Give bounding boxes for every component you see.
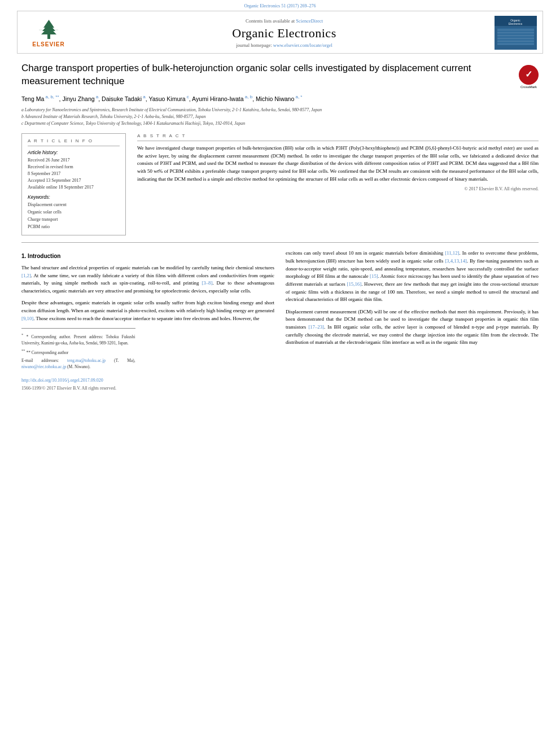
journal-citation-text: Organic Electronics 51 (2017) 269–276 [244,3,316,8]
ref-1-2[interactable]: [1,2] [21,273,31,278]
footnote-section: * * Corresponding author. Present addres… [21,328,135,370]
author-jinyu-zhang-affil: a [95,94,99,99]
header-top-row: ELSEVIER Contents lists available at Sci… [23,16,537,50]
email-label: E-mail addresses: [21,358,59,363]
article-title-section: Charge transport properties of bulk-hete… [21,62,539,88]
affiliation-b: b Advanced Institute of Materials Resear… [21,113,539,120]
keyword-1: Displacement current [28,202,120,209]
author-teng-ma: Teng Ma [21,95,44,102]
footnote-starstar-text: ** Corresponding author [26,350,68,355]
elsevier-logo: ELSEVIER [23,18,74,49]
abstract-copyright: © 2017 Elsevier B.V. All rights reserved… [137,186,539,191]
body-left-column: 1. Introduction The band structure and e… [21,250,274,392]
received-revised-label: Received in revised form [28,164,120,171]
authors-line: Teng Ma a, b, **, Jinyu Zhang a, Daisuke… [21,94,539,103]
accepted-date: Accepted 13 September 2017 [28,177,120,184]
affiliation-c: c Department of Computer Science, Tokyo … [21,120,539,127]
main-content: Charge transport properties of bulk-hete… [0,54,560,403]
author-ayumi-affil: a, b [244,94,253,99]
bottom-links: http://dx.doi.org/10.1016/j.orgel.2017.0… [21,377,274,392]
journal-cover-image: Organic Electronics [495,16,537,50]
ref-11-12[interactable]: [11,12] [445,250,459,256]
elsevier-tree-icon [33,19,64,40]
keywords-heading: Keywords: [28,194,120,200]
keyword-4: PCBM ratio [28,224,120,231]
author-michio-niwano: Michio Niwano [256,95,294,102]
svg-rect-0 [47,34,50,39]
available-online-date: Available online 18 September 2017 [28,184,120,191]
author-michio-niwano-affil: a, * [294,94,302,99]
ref-3-8[interactable]: [3–8] [202,280,212,286]
contents-available-label: Contents lists available at [246,18,295,24]
intro-paragraph-right-1: excitons can only travel about 10 nm in … [286,250,539,303]
article-title: Charge transport properties of bulk-hete… [21,62,510,88]
journal-homepage-link[interactable]: www.elsevier.com/locate/orgel [273,42,333,48]
article-info-abstract-row: A R T I C L E I N F O Article history: R… [21,133,539,235]
email-niwano-link[interactable]: niwano@riec.tohoku.ac.jp [21,364,66,369]
body-right-column: excitons can only travel about 10 nm in … [286,250,539,392]
keyword-2: Organic solar cells [28,209,120,216]
header-center: Contents lists available at ScienceDirec… [74,18,495,48]
keyword-3: Charge transport [28,216,120,224]
footnote-star: * * Corresponding author. Present addres… [21,332,135,346]
crossmark-label: CrossMark [519,85,539,89]
svg-text:Electronics: Electronics [509,22,523,25]
intro-paragraph-2: Despite these advantages, organic materi… [21,299,274,322]
intro-paragraph-1: The band structure and electrical proper… [21,264,274,295]
author-ayumi: Ayumi Hirano-Iwata [192,95,243,102]
abstract-text: We have investigated charge transport pr… [137,145,539,183]
doi-link[interactable]: http://dx.doi.org/10.1016/j.orgel.2017.0… [21,377,274,384]
received-revised-date: 8 September 2017 [28,171,120,177]
issn-copyright: 1566-1199/© 2017 Elsevier B.V. All right… [21,386,116,391]
email-teng-link[interactable]: teng.ma@tohoku.ac.jp [67,358,106,363]
article-info-heading: A R T I C L E I N F O [28,138,120,146]
journal-homepage-line: journal homepage: www.elsevier.com/locat… [80,42,489,48]
author-daisuke-tadaki: Daisuke Tadaki [102,95,142,102]
header-box: ELSEVIER Contents lists available at Sci… [17,11,543,54]
affiliation-a: a Laboratory for Nanoelectronics and Spi… [21,107,539,113]
author-jinyu-zhang: Jinyu Zhang [62,95,94,102]
science-direct-link-text[interactable]: ScienceDirect [296,18,323,24]
ref-9-10[interactable]: [9,10] [21,316,33,321]
author-teng-ma-affil: a, b, ** [44,94,59,99]
footnote-starstar: ** ** Corresponding author [21,348,135,356]
section-divider [21,242,539,243]
intro-paragraph-right-2: Displacement current measurement (DCM) w… [286,308,539,347]
journal-cover-thumbnail: Organic Electronics [495,16,537,50]
article-history-heading: Article history: [28,150,120,155]
svg-text:✓: ✓ [525,69,532,79]
journal-title: Organic Electronics [80,26,489,41]
ref-15[interactable]: [15] [370,273,378,279]
email-teng-parenthetical: (T. Ma), [114,358,135,363]
top-citation: Organic Electronics 51 (2017) 269–276 [0,0,560,11]
journal-homepage-label: journal homepage: [236,42,272,48]
ref-3-4-13-14[interactable]: [3,4,13,14] [445,258,467,264]
footnote-email-line: E-mail addresses: teng.ma@tohoku.ac.jp (… [21,357,135,370]
article-info-column: A R T I C L E I N F O Article history: R… [21,133,126,235]
svg-rect-9 [497,28,534,45]
abstract-heading: A B S T R A C T [137,133,539,141]
author-yasuo-kimura-affil: c [186,94,189,99]
science-direct-line: Contents lists available at ScienceDirec… [80,18,489,24]
footnote-star-text: * Corresponding author. Present address:… [21,334,135,346]
author-daisuke-tadaki-affil: a [142,94,146,99]
ref-17-23[interactable]: [17–23] [308,324,324,330]
body-two-column: 1. Introduction The band structure and e… [21,250,539,392]
ref-15-16[interactable]: [15,16] [347,281,362,287]
email-niwano-parenthetical: (M. Niwano). [67,364,90,369]
received-date: Received 26 June 2017 [28,157,120,164]
abstract-column: A B S T R A C T We have investigated cha… [137,133,539,235]
article-info-box: A R T I C L E I N F O Article history: R… [21,133,126,235]
crossmark-icon: ✓ [519,65,539,85]
elsevier-brand-text: ELSEVIER [32,41,64,47]
page-wrapper: Organic Electronics 51 (2017) 269–276 EL… [0,0,560,747]
author-yasuo-kimura: Yasuo Kimura [148,95,185,102]
affiliations-block: a Laboratory for Nanoelectronics and Spi… [21,107,539,126]
crossmark-badge: ✓ CrossMark [519,65,539,85]
introduction-title: 1. Introduction [21,252,274,261]
